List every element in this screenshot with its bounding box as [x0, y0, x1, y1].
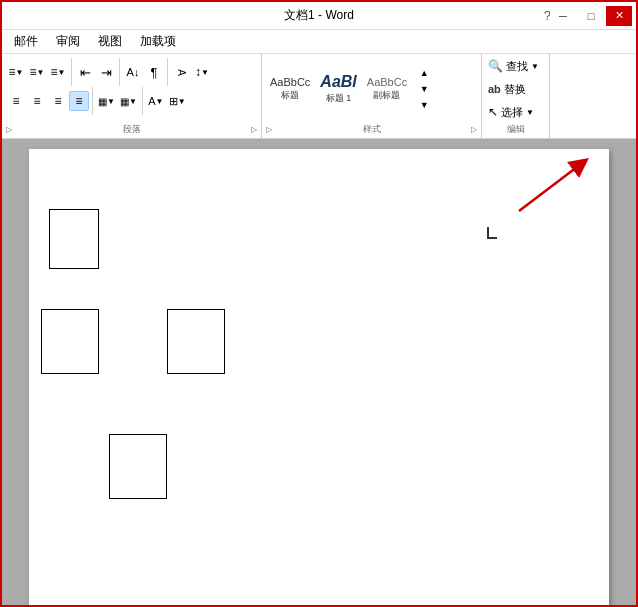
- sort-btn[interactable]: A↓: [123, 62, 143, 82]
- window-title: 文档1 - Word: [284, 7, 354, 24]
- window-controls: ─ □ ✕: [550, 2, 632, 29]
- replace-btn[interactable]: ab 替换: [486, 79, 545, 99]
- multilevel-btn[interactable]: ≡▼: [48, 62, 68, 82]
- align-right-btn[interactable]: ≡: [48, 91, 68, 111]
- paragraph-group-label: ▷ 段落 ▷: [6, 122, 257, 136]
- menu-mail[interactable]: 邮件: [6, 31, 46, 52]
- replace-icon: ab: [488, 83, 501, 95]
- close-button[interactable]: ✕: [606, 6, 632, 26]
- editing-group: 🔍 查找 ▼ ab 替换 ↖ 选择 ▼ 编辑: [482, 54, 550, 138]
- inc-indent-btn[interactable]: ⇥: [96, 62, 116, 82]
- ribbon: ≡▼ ≡▼ ≡▼ ⇤ ⇥: [2, 54, 636, 139]
- select-icon: ↖: [488, 105, 498, 119]
- styles-group: AaBbCc 标题 AaBl 标题 1 AaBbCc 副标题 ▲ ▼: [262, 54, 482, 138]
- dec-indent-btn[interactable]: ⇤: [75, 62, 95, 82]
- border-btn[interactable]: ⊞▼: [167, 91, 188, 111]
- para-row2: ≡ ≡ ≡ ≡ ▦▼ ▦▼: [6, 87, 188, 115]
- svg-line-1: [519, 167, 577, 211]
- style-normal[interactable]: AaBbCc 标题: [266, 74, 314, 104]
- style-subtitle[interactable]: AaBbCc 副标题: [363, 74, 411, 104]
- shape-3[interactable]: [167, 309, 225, 374]
- styles-scroll-down[interactable]: ▼: [414, 82, 434, 96]
- maximize-button[interactable]: □: [578, 6, 604, 26]
- columns-btn[interactable]: ▦▼: [96, 91, 117, 111]
- align-center-btn[interactable]: ≡: [27, 91, 47, 111]
- find-btn[interactable]: 🔍 查找 ▼: [486, 56, 545, 76]
- editing-group-label: 编辑: [486, 122, 545, 136]
- menu-view[interactable]: 视图: [90, 31, 130, 52]
- paragraph-group: ≡▼ ≡▼ ≡▼ ⇤ ⇥: [2, 54, 262, 138]
- line-spacing-btn[interactable]: ↕▼: [192, 62, 212, 82]
- search-icon: 🔍: [488, 59, 503, 73]
- menu-bar: 邮件 审阅 视图 加载项: [2, 30, 636, 54]
- shading-btn[interactable]: A▼: [146, 91, 166, 111]
- shape-1[interactable]: [49, 209, 99, 269]
- shape-4[interactable]: [109, 434, 167, 499]
- styles-group-label: ▷ 样式 ▷: [266, 122, 477, 136]
- show-marks-btn[interactable]: ¶: [144, 62, 164, 82]
- columns2-btn[interactable]: ▦▼: [118, 91, 139, 111]
- styles-scroll-up[interactable]: ▲: [414, 66, 434, 80]
- para-row1: ≡▼ ≡▼ ≡▼ ⇤ ⇥: [6, 58, 212, 86]
- styles-expand[interactable]: ▼: [414, 98, 434, 112]
- align-justify-btn[interactable]: ≡: [69, 91, 89, 111]
- style-h1[interactable]: AaBl 标题 1: [316, 71, 360, 107]
- title-bar: ? 文档1 - Word ─ □ ✕: [2, 2, 636, 30]
- shape-2[interactable]: [41, 309, 99, 374]
- arrow-annotation: [29, 149, 609, 607]
- document-page[interactable]: [29, 149, 609, 607]
- bullets-btn[interactable]: ≡▼: [6, 62, 26, 82]
- numbering-btn[interactable]: ≡▼: [27, 62, 47, 82]
- align-left-btn[interactable]: ≡: [6, 91, 26, 111]
- minimize-button[interactable]: ─: [550, 6, 576, 26]
- document-area[interactable]: [2, 139, 636, 607]
- select-btn[interactable]: ↖ 选择 ▼: [486, 102, 545, 122]
- text-direction-btn[interactable]: A: [171, 62, 191, 82]
- menu-addins[interactable]: 加载项: [132, 31, 184, 52]
- menu-review[interactable]: 审阅: [48, 31, 88, 52]
